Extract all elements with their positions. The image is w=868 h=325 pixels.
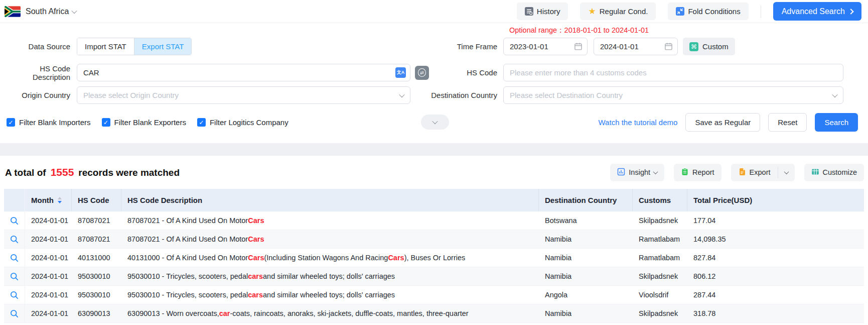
chevron-down-icon — [832, 91, 837, 97]
row-detail-cell — [4, 230, 25, 248]
cell-hs-code: 63090013 — [72, 304, 121, 322]
table-row[interactable]: 2024-01-01 63090013 63090013 - Worn over… — [4, 304, 864, 323]
cell-total-price: 827.84 — [687, 249, 864, 267]
cell-destination: Namibia — [539, 249, 633, 267]
cell-customs: Vioolsdrif — [633, 286, 687, 304]
history-icon — [525, 7, 533, 16]
checkbox-label: Filter Logitics Company — [210, 118, 288, 127]
cell-month: 2024-01-01 — [25, 286, 72, 304]
south-africa-flag-icon — [5, 6, 21, 17]
cell-description: 95030010 - Tricycles, scooters, pedal ca… — [121, 267, 539, 285]
import-stat-option[interactable]: Import STAT — [77, 38, 134, 55]
cell-destination: Angola — [539, 286, 633, 304]
cell-total-price: 14,098.35 — [687, 230, 864, 248]
reset-button[interactable]: Reset — [768, 113, 807, 132]
advanced-search-button[interactable]: Advanced Search — [773, 2, 861, 21]
table-row[interactable]: 2024-01-01 95030010 95030010 - Tricycles… — [4, 286, 864, 304]
export-button[interactable]: Export — [731, 164, 778, 181]
chevron-right-icon — [848, 9, 853, 14]
cell-description: 95030010 - Tricycles, scooters, pedal ca… — [121, 286, 539, 304]
cell-destination: Namibia — [539, 304, 633, 322]
table-row[interactable]: 2024-01-01 87087021 87087021 - Of A Kind… — [4, 230, 864, 249]
insight-icon — [617, 168, 625, 177]
origin-country-label: Origin Country — [2, 91, 77, 99]
export-label: Export — [750, 168, 771, 176]
cell-total-price: 287.44 — [687, 286, 864, 304]
total-count: 1555 — [51, 166, 74, 178]
cell-description: 87087021 - Of A Kind Used On Motor Cars — [121, 230, 539, 248]
magnifier-icon[interactable] — [10, 272, 19, 281]
total-prefix: A total of — [5, 167, 46, 178]
fold-conditions-button[interactable]: Fold Conditions — [668, 3, 748, 20]
cell-hs-code: 95030010 — [72, 286, 121, 304]
custom-time-button[interactable]: ⌘ Custom — [683, 38, 735, 55]
origin-country-select[interactable]: Please select Origin Country — [77, 86, 410, 104]
table-header: Month HS Code HS Code Description Destin… — [4, 189, 864, 211]
origin-placeholder: Please select Origin Country — [83, 91, 400, 99]
results-bar: A total of 1555 records were matched Ins… — [0, 156, 868, 189]
table-row[interactable]: 2024-01-01 40131000 40131000 - Of A Kind… — [4, 249, 864, 267]
cell-month: 2024-01-01 — [25, 211, 72, 230]
export-dropdown-button[interactable] — [778, 164, 795, 181]
cell-total-price: 318.78 — [687, 304, 864, 322]
magnifier-icon[interactable] — [10, 309, 19, 318]
table-body: 2024-01-01 87087021 87087021 - Of A Kind… — [4, 211, 864, 323]
time-frame-label: Time Frame — [411, 42, 503, 51]
collapse-conditions-button[interactable] — [421, 115, 449, 130]
cell-hs-code: 87087021 — [72, 230, 121, 248]
history-label: History — [537, 7, 560, 16]
tutorial-demo-link[interactable]: Watch the tutorial demo — [599, 118, 678, 127]
filter-logitics-company-checkbox[interactable]: ✓ Filter Logitics Company — [197, 118, 288, 127]
cell-description: 40131000 - Of A Kind Used On Motor Cars … — [121, 249, 539, 267]
export-stat-option[interactable]: Export STAT — [134, 38, 192, 55]
calendar-icon[interactable] — [664, 42, 673, 52]
topbar: South Africa History ★ Regular Cond. Fol… — [0, 0, 868, 23]
save-as-regular-button[interactable]: Save as Regular — [685, 113, 760, 132]
filter-blank-importers-checkbox[interactable]: ✓ Filter Blank Importers — [7, 118, 91, 127]
magnifier-icon[interactable] — [10, 291, 19, 299]
cell-total-price: 806.12 — [687, 267, 864, 285]
country-name: South Africa — [26, 7, 69, 16]
report-button[interactable]: Report — [674, 164, 721, 181]
cell-total-price: 177.04 — [687, 211, 864, 230]
insight-button[interactable]: Insight — [610, 164, 664, 181]
hs-desc-input[interactable] — [77, 64, 410, 81]
checkbox-checked-icon: ✓ — [197, 118, 206, 127]
magnifier-icon[interactable] — [10, 216, 19, 225]
checkbox-checked-icon: ✓ — [7, 118, 15, 127]
magnifier-icon[interactable] — [10, 235, 19, 244]
calendar-icon[interactable] — [574, 42, 583, 52]
cell-destination: Namibia — [539, 267, 633, 285]
export-split-button: Export — [731, 164, 795, 181]
hs-code-input[interactable] — [503, 64, 843, 81]
search-form: Optional range：2018-01-01 to 2024-01-01 … — [0, 23, 868, 143]
data-source-label: Data Source — [2, 42, 77, 51]
search-button[interactable]: Search — [815, 113, 858, 132]
header-hs-code: HS Code — [72, 189, 121, 211]
row-detail-cell — [4, 304, 25, 322]
topbar-divider — [761, 5, 761, 18]
header-month[interactable]: Month — [25, 189, 72, 211]
header-hs-code-description: HS Code Description — [121, 189, 539, 211]
total-suffix: records were matched — [78, 167, 180, 178]
magnifier-icon[interactable] — [10, 254, 19, 262]
customize-button[interactable]: Customize — [804, 164, 864, 181]
regular-cond-button[interactable]: ★ Regular Cond. — [580, 3, 656, 20]
table-row[interactable]: 2024-01-01 87087021 87087021 - Of A Kind… — [4, 211, 864, 230]
history-button[interactable]: History — [517, 3, 568, 20]
translate-icon[interactable]: 文A — [395, 67, 406, 78]
header-destination-country: Destination Country — [539, 189, 633, 211]
table-row[interactable]: 2024-01-01 95030010 95030010 - Tricycles… — [4, 267, 864, 286]
destination-country-select[interactable]: Please select Destination Country — [503, 86, 843, 104]
header-total-price: Total Price(USD) — [687, 189, 864, 211]
cell-customs: Skilpadsnek — [633, 304, 687, 322]
cell-customs: Ramatlabam — [633, 230, 687, 248]
sort-icon[interactable] — [58, 197, 62, 203]
chevron-down-icon — [432, 119, 438, 124]
results-summary: A total of 1555 records were matched — [5, 166, 180, 178]
cell-month: 2024-01-01 — [25, 304, 72, 322]
destination-country-label: Destination Country — [411, 91, 503, 99]
destination-placeholder: Please select Destination Country — [510, 91, 833, 99]
filter-blank-exporters-checkbox[interactable]: ✓ Filter Blank Exporters — [102, 118, 186, 127]
country-selector[interactable]: South Africa — [5, 6, 76, 17]
